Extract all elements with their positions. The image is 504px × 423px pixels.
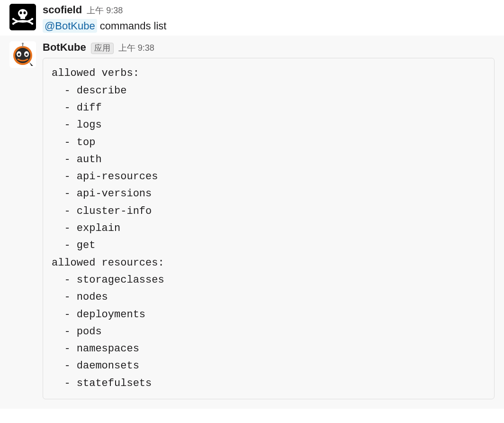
code-block[interactable]: allowed verbs: - describe - diff - logs … <box>43 58 495 399</box>
svg-point-5 <box>12 18 14 20</box>
svg-point-6 <box>31 18 33 20</box>
bot-avatar[interactable] <box>9 41 36 68</box>
bot-message-body: BotKube 应用 上午 9:38 allowed verbs: - desc… <box>43 41 495 399</box>
message-text: commands list <box>97 20 167 32</box>
user-message-text: @BotKube commands list <box>43 18 495 34</box>
bot-message-header: BotKube 应用 上午 9:38 <box>43 41 495 54</box>
pirate-skull-icon <box>9 4 36 30</box>
mention-link[interactable]: @BotKube <box>43 19 97 33</box>
bot-message: BotKube 应用 上午 9:38 allowed verbs: - desc… <box>0 36 504 409</box>
svg-point-7 <box>12 23 14 25</box>
svg-point-8 <box>31 23 33 25</box>
svg-point-1 <box>18 9 27 18</box>
svg-point-16 <box>18 54 20 56</box>
svg-point-2 <box>20 11 22 14</box>
svg-rect-4 <box>20 17 25 19</box>
svg-point-3 <box>24 11 26 14</box>
svg-point-13 <box>22 43 24 45</box>
username[interactable]: scofield <box>43 4 82 16</box>
botkube-robot-icon <box>9 41 36 68</box>
bot-username[interactable]: BotKube <box>43 41 86 54</box>
user-message-body: scofield 上午 9:38 @BotKube commands list <box>43 4 495 34</box>
user-message-header: scofield 上午 9:38 <box>43 4 495 16</box>
user-avatar[interactable] <box>9 4 36 30</box>
app-badge: 应用 <box>91 43 114 54</box>
timestamp: 上午 9:38 <box>87 5 123 16</box>
svg-point-17 <box>26 54 28 56</box>
bot-timestamp: 上午 9:38 <box>118 42 154 54</box>
user-message: scofield 上午 9:38 @BotKube commands list <box>0 0 504 36</box>
